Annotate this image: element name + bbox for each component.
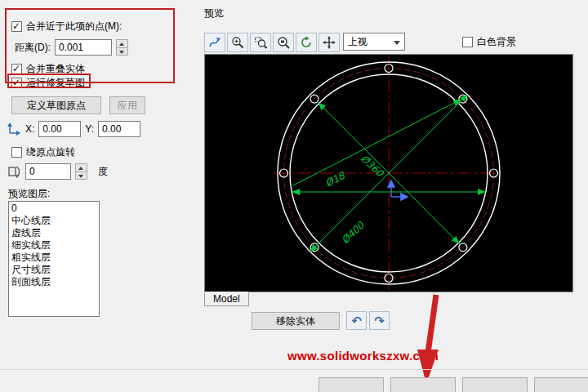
merge-points-checkbox[interactable]	[11, 21, 22, 32]
angle-spinner[interactable]	[75, 163, 87, 180]
undo-button[interactable]: ↶	[346, 311, 367, 330]
angle-row: 度	[7, 163, 108, 180]
tab-model-label: Model	[213, 293, 240, 305]
view-orientation-select[interactable]: 上视	[343, 33, 405, 51]
undo-icon: ↶	[351, 314, 362, 328]
list-item[interactable]: 粗实线层	[9, 252, 99, 264]
x-label: X:	[25, 123, 34, 135]
define-origin-label: 定义草图原点	[27, 99, 86, 113]
measure-icon	[208, 36, 221, 49]
dim-label-d18: Ø18	[323, 169, 348, 189]
measure-button[interactable]	[204, 33, 225, 52]
cad-drawing: Ø18 Ø360 Ø400	[205, 55, 572, 292]
dim-label-d400: Ø400	[339, 219, 367, 246]
define-origin-button[interactable]: 定义草图原点	[11, 96, 101, 114]
annotation-arrow-icon	[408, 291, 448, 390]
origin-xy-icon	[7, 122, 21, 136]
merge-overlap-row: 合并重叠实体	[11, 62, 85, 76]
distance-row: 距离(D):	[15, 39, 128, 56]
bottom-button[interactable]	[462, 377, 528, 392]
apply-button[interactable]: 应用	[109, 96, 145, 114]
y-input[interactable]	[98, 121, 140, 137]
bottom-divider	[0, 369, 588, 370]
view-orientation-value: 上视	[348, 35, 368, 49]
dxf-import-dialog: { "left_panel": { "merge_points": { "lab…	[0, 0, 588, 392]
merge-overlap-label: 合并重叠实体	[26, 62, 85, 76]
angle-input[interactable]	[25, 163, 71, 180]
zoom-in-button[interactable]	[227, 33, 248, 52]
rotate-origin-label: 绕原点旋转	[26, 145, 75, 159]
zoom-selection-icon	[277, 36, 290, 49]
zoom-window-icon	[254, 36, 267, 49]
layers-listbox[interactable]: 0 中心线层 虚线层 细实线层 粗实线层 尺寸线层 剖面线层	[8, 201, 100, 317]
redo-icon: ↷	[374, 314, 385, 328]
rotate-origin-checkbox[interactable]	[11, 147, 22, 158]
bottom-button[interactable]	[390, 377, 456, 392]
bottom-button[interactable]	[534, 377, 588, 392]
list-item[interactable]: 剖面线层	[9, 276, 99, 288]
layers-label: 预览图层:	[8, 187, 50, 201]
rotate-icon	[7, 164, 21, 179]
list-item[interactable]: 中心线层	[9, 215, 99, 227]
repair-sketch-row: 运行修复草图	[11, 76, 85, 90]
distance-input[interactable]	[55, 39, 112, 56]
distance-spinner[interactable]	[116, 39, 128, 56]
preview-canvas[interactable]: Ø18 Ø360 Ø400	[204, 54, 573, 292]
refresh-icon	[300, 36, 313, 49]
spinner-down-icon[interactable]	[75, 172, 87, 180]
spinner-down-icon[interactable]	[116, 48, 128, 56]
remove-entities-button[interactable]: 移除实体	[252, 312, 340, 330]
pan-button[interactable]	[318, 33, 340, 52]
list-item[interactable]: 虚线层	[9, 227, 99, 239]
white-background-row: 白色背景	[462, 35, 516, 49]
list-item[interactable]: 细实线层	[9, 239, 99, 252]
zoom-selection-button[interactable]	[273, 33, 294, 52]
zoom-window-button[interactable]	[250, 33, 271, 52]
merge-points-label: 合并近于此项的点(M):	[26, 20, 122, 33]
chevron-down-icon	[394, 41, 400, 45]
spinner-up-icon[interactable]	[75, 163, 87, 172]
bottom-button[interactable]	[318, 377, 384, 392]
y-label: Y:	[85, 123, 94, 135]
origin-xy-row: X: Y:	[7, 121, 140, 137]
refresh-button[interactable]	[296, 33, 317, 52]
x-input[interactable]	[38, 121, 81, 137]
white-background-checkbox[interactable]	[462, 37, 473, 47]
repair-sketch-label: 运行修复草图	[26, 76, 85, 90]
dimension-labels: Ø18 Ø360 Ø400	[323, 153, 386, 246]
pan-icon	[323, 36, 336, 49]
list-item[interactable]: 0	[9, 203, 99, 215]
merge-overlap-checkbox[interactable]	[11, 64, 22, 74]
list-item[interactable]: 尺寸线层	[9, 264, 99, 276]
white-background-label: 白色背景	[477, 35, 516, 49]
spinner-up-icon[interactable]	[116, 39, 128, 48]
distance-label: 距离(D):	[15, 41, 51, 55]
tab-model[interactable]: Model	[204, 292, 249, 306]
redo-button[interactable]: ↷	[369, 311, 390, 330]
remove-entities-label: 移除实体	[276, 314, 315, 328]
preview-title: 预览	[204, 7, 224, 20]
repair-sketch-checkbox[interactable]	[11, 78, 22, 88]
rotate-origin-row: 绕原点旋转	[11, 145, 75, 159]
angle-unit-label: 度	[98, 165, 108, 179]
apply-label: 应用	[118, 99, 137, 113]
zoom-in-icon	[231, 36, 244, 49]
merge-points-row: 合并近于此项的点(M):	[11, 20, 122, 33]
